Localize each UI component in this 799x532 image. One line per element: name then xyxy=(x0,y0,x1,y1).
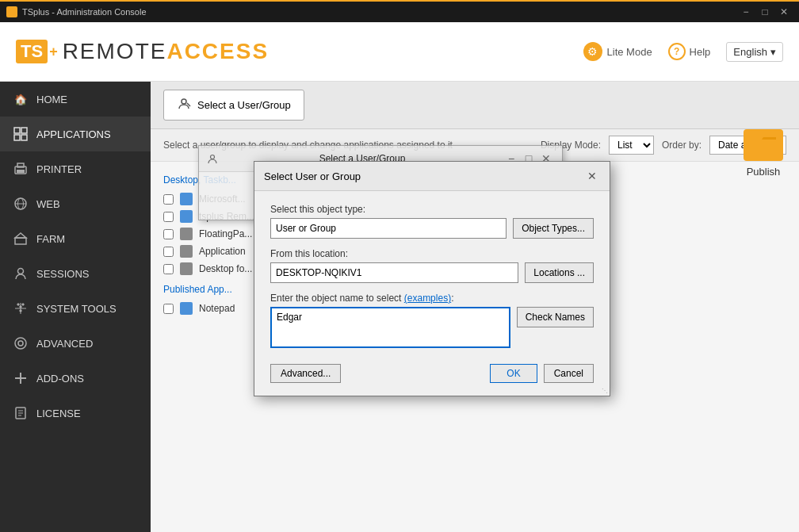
lite-mode-button[interactable]: ⚙ Lite Mode xyxy=(583,42,652,61)
sidebar-label-sessions: SESSIONS xyxy=(36,268,89,280)
sidebar-item-farm[interactable]: FARM xyxy=(0,221,151,256)
title-bar-left: TSplus - Administration Console xyxy=(6,6,147,17)
system-tools-icon xyxy=(13,300,29,316)
title-bar-controls: − □ ✕ xyxy=(737,5,793,19)
applications-icon xyxy=(13,126,29,142)
sidebar-label-home: HOME xyxy=(36,94,67,105)
app-checkbox[interactable] xyxy=(163,304,174,314)
app-checkbox[interactable] xyxy=(163,264,174,274)
svg-point-23 xyxy=(211,155,215,159)
publish-label: Publish xyxy=(747,166,781,178)
minimize-button[interactable]: − xyxy=(737,5,755,19)
object-type-input[interactable] xyxy=(270,218,507,239)
content-area: Select a User/Group Select a user/group … xyxy=(151,82,799,532)
sidebar-item-sessions[interactable]: SESSIONS xyxy=(0,256,151,291)
advanced-button[interactable]: Advanced... xyxy=(270,364,341,383)
resize-handle[interactable]: ⋱ xyxy=(602,388,610,396)
sidebar-item-advanced[interactable]: ADVANCED xyxy=(0,326,151,361)
svg-point-21 xyxy=(182,99,186,104)
object-name-row: Edgar Check Names xyxy=(270,307,594,348)
order-by-label: Order by: xyxy=(662,140,702,151)
sidebar-item-add-ons[interactable]: ADD-ONS xyxy=(0,361,151,396)
app-icon-microsoft xyxy=(180,193,193,205)
app-name: Desktop fo... xyxy=(199,263,252,274)
sidebar-item-applications[interactable]: APPLICATIONS xyxy=(0,117,151,151)
sidebar-label-advanced: ADVANCED xyxy=(36,338,93,350)
sidebar-item-home[interactable]: 🏠 HOME xyxy=(0,82,151,117)
language-selector[interactable]: English ▾ xyxy=(726,42,783,62)
content-header: Select a User/Group xyxy=(151,82,799,129)
maximize-button[interactable]: □ xyxy=(756,5,774,19)
svg-rect-0 xyxy=(14,128,20,133)
publish-section: Publish xyxy=(744,129,783,178)
svg-point-14 xyxy=(18,341,23,346)
svg-marker-11 xyxy=(15,233,26,238)
app-checkbox[interactable] xyxy=(163,229,174,239)
check-names-button[interactable]: Check Names xyxy=(517,307,594,327)
svg-point-12 xyxy=(18,269,24,274)
sidebar-label-license: LICENSE xyxy=(36,408,81,419)
sidebar-item-web[interactable]: WEB xyxy=(0,186,151,221)
dialog-body: Select this object type: Object Types...… xyxy=(254,191,610,396)
svg-rect-10 xyxy=(15,238,26,244)
sidebar: 🏠 HOME APPLICATIONS PRINTER WEB FARM xyxy=(0,82,151,532)
lite-mode-icon: ⚙ xyxy=(583,42,602,61)
logo-ts: TS xyxy=(16,40,48,63)
cancel-button[interactable]: Cancel xyxy=(544,364,594,383)
logo-plus: + xyxy=(49,44,58,60)
select-user-button[interactable]: Select a User/Group xyxy=(163,90,304,121)
app-checkbox[interactable] xyxy=(163,212,174,222)
close-button[interactable]: ✕ xyxy=(775,5,793,19)
sidebar-item-license[interactable]: LICENSE xyxy=(0,396,151,431)
sidebar-item-system-tools[interactable]: SYSTEM TOOLS xyxy=(0,291,151,326)
top-bar-right: ⚙ Lite Mode ? Help English ▾ xyxy=(583,42,783,62)
dialog-title-bar: Select User or Group ✕ xyxy=(254,162,610,191)
publish-folder-icon xyxy=(744,129,783,161)
farm-icon xyxy=(13,231,29,247)
sidebar-item-printer[interactable]: PRINTER xyxy=(0,151,151,186)
published-app-label: Published App... xyxy=(163,284,232,295)
app-icon-tsplus xyxy=(180,210,193,223)
ok-button[interactable]: OK xyxy=(490,364,537,383)
examples-link[interactable]: (examples) xyxy=(404,293,451,304)
from-location-label: From this location: xyxy=(270,248,594,259)
help-icon: ? xyxy=(668,43,686,60)
enter-object-label: Enter the object name to select (example… xyxy=(270,293,594,304)
logo-text: REMOTEACCESS xyxy=(63,39,269,64)
dialog-close-button[interactable]: ✕ xyxy=(584,168,600,184)
dialog-title-text: Select User or Group xyxy=(264,170,361,182)
object-type-row: Object Types... xyxy=(270,218,594,239)
svg-rect-5 xyxy=(17,163,24,167)
lite-mode-label: Lite Mode xyxy=(607,46,652,58)
object-types-button[interactable]: Object Types... xyxy=(513,218,594,239)
object-name-input-wrapper: Edgar xyxy=(270,307,510,348)
locations-button[interactable]: Locations ... xyxy=(525,262,594,283)
language-arrow: ▾ xyxy=(770,46,776,58)
app-checkbox[interactable] xyxy=(163,194,174,205)
sidebar-label-printer: PRINTER xyxy=(36,163,82,175)
title-bar-text: TSplus - Administration Console xyxy=(22,7,147,17)
top-bar: TS + REMOTEACCESS ⚙ Lite Mode ? Help Eng… xyxy=(0,22,799,82)
location-input[interactable] xyxy=(270,262,518,283)
object-name-value: Edgar xyxy=(277,312,302,323)
svg-rect-6 xyxy=(17,170,25,173)
web-icon xyxy=(13,196,29,212)
sidebar-label-web: WEB xyxy=(36,198,60,210)
dialog-footer: Advanced... OK Cancel xyxy=(270,358,594,383)
svg-rect-3 xyxy=(21,135,27,140)
bg-dialog-user-icon xyxy=(207,153,221,165)
select-object-type-label: Select this object type: xyxy=(270,204,594,215)
sidebar-label-farm: FARM xyxy=(36,233,65,245)
sidebar-label-applications: APPLICATIONS xyxy=(36,128,111,140)
location-row: Locations ... xyxy=(270,262,594,283)
display-mode-select[interactable]: List Grid xyxy=(609,136,654,155)
app-icon xyxy=(6,6,17,17)
app-icon-floating xyxy=(180,228,193,240)
language-label: English xyxy=(733,46,767,58)
help-label: Help xyxy=(690,46,711,58)
home-icon: 🏠 xyxy=(13,91,29,107)
add-ons-icon xyxy=(13,370,29,386)
help-button[interactable]: ? Help xyxy=(668,43,711,60)
app-checkbox[interactable] xyxy=(163,247,174,257)
app-icon-notepad xyxy=(180,302,193,315)
